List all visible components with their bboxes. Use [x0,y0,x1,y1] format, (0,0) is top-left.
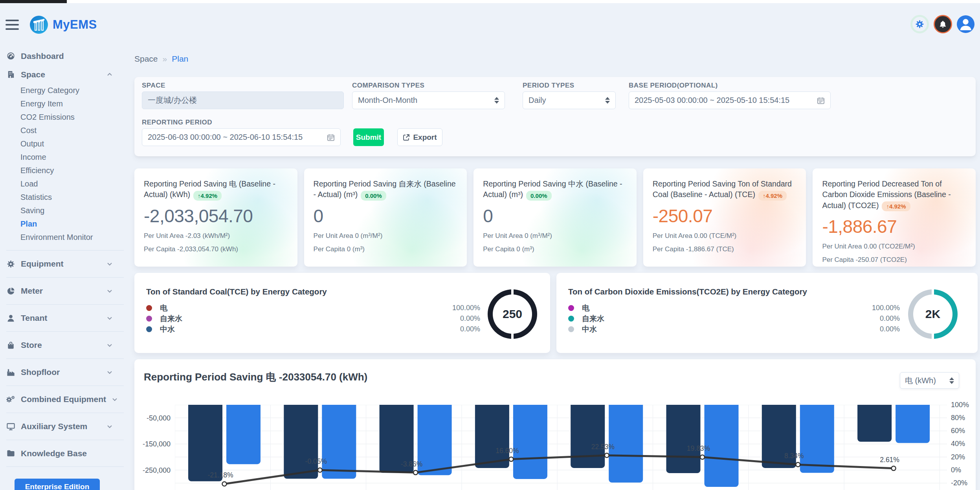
line-point-marker[interactable] [413,470,418,475]
sidebar-item-statistics[interactable]: Statistics [6,190,124,204]
donut-percent-values: 100.00% 0.00% 0.00% [402,303,480,335]
bar-baseline[interactable] [188,405,222,481]
sidebar-item-co2-emissions[interactable]: CO2 Emissions [6,110,124,124]
line-point-marker[interactable] [318,468,322,472]
space-input[interactable]: 一度城/办公楼 [142,91,344,109]
select-arrows-icon [494,97,499,104]
legend-item-water[interactable]: 自来水 [146,313,182,324]
gear-icon [6,260,15,269]
chart-unit-value: 电 (kWh) [905,375,936,386]
axis-tick: 80% [951,414,965,422]
legend-item-reclaimed-water[interactable]: 中水 [568,324,604,335]
sidebar-item-load[interactable]: Load [6,177,124,190]
chevron-down-icon [106,369,113,375]
axis-tick: 20% [951,453,965,461]
bar-baseline[interactable] [666,405,701,473]
bell-icon [938,20,947,29]
legend-item-electricity[interactable]: 电 [568,303,604,313]
sidebar-item-equipment[interactable]: Equipment [6,250,124,277]
sidebar-item-efficiency[interactable]: Efficiency [6,164,124,177]
user-avatar-button[interactable] [957,15,974,33]
brand-logo[interactable]: MyEMS [30,16,97,34]
axis-tick: -150,000 [134,440,171,448]
bar-actual[interactable] [800,405,834,473]
sidebar-item-store[interactable]: Store [6,331,124,358]
tco2e-donut-chart[interactable]: 2K [908,289,958,339]
stat-badge: ↑4.92% [758,191,787,201]
line-point-marker[interactable] [796,463,800,467]
sidebar-item-space[interactable]: Space [6,65,124,84]
stat-cards-row: Reporting Period Saving 电 (Baseline - Ac… [134,168,976,267]
donut-card-title: Ton of Carbon Dioxide Emissions(TCO2E) b… [568,287,807,296]
settings-gear-button[interactable] [910,15,929,33]
export-icon [403,134,410,141]
bar-baseline[interactable] [284,405,318,479]
sidebar-item-tenant[interactable]: Tenant [6,304,124,331]
bar-baseline[interactable] [571,405,605,468]
monitor-icon [6,422,15,431]
legend-label: 自来水 [582,314,604,324]
space-label: SPACE [142,82,165,90]
bar-actual[interactable] [896,405,930,443]
period-types-select[interactable]: Daily [523,91,616,109]
sidebar-item-output[interactable]: Output [6,137,124,150]
reporting-period-input[interactable]: 2025-06-03 00:00:00 ~ 2025-06-10 15:54:1… [142,128,341,146]
base-period-input[interactable]: 2025-05-03 00:00:00 ~ 2025-05-10 15:54:1… [629,91,831,109]
stat-value: -1,886.67 [822,216,966,237]
sidebar-item-combined-equipment[interactable]: Combined Equipment [6,386,124,413]
breadcrumb-parent: Space [134,54,158,64]
sidebar-item-energy-item[interactable]: Energy Item [6,97,124,110]
bar-baseline[interactable] [475,405,509,468]
legend-item-reclaimed-water[interactable]: 中水 [146,324,182,335]
stat-per-capita: Per Capita -250.07 (TCO2E) [822,256,966,264]
sidebar-item-dashboard[interactable]: Dashboard [6,47,124,65]
sidebar-item-saving[interactable]: Saving [6,204,124,217]
notifications-bell-button[interactable] [934,15,952,33]
sidebar-item-label: Space [21,70,45,79]
axis-tick: -50,000 [134,414,171,422]
percent-value: 100.00% [821,303,900,313]
sidebar-item-environment-monitor[interactable]: Environment Monitor [6,230,124,244]
sidebar-item-energy-category[interactable]: Energy Category [6,84,124,97]
bar-actual[interactable] [513,405,547,479]
query-form-card: SPACE 一度城/办公楼 COMPARISON TYPES Month-On-… [134,77,976,156]
breadcrumb-current[interactable]: Plan [172,54,188,64]
line-point-marker[interactable] [700,455,705,459]
sidebar-item-income[interactable]: Income [6,150,124,164]
sidebar-item-cost[interactable]: Cost [6,124,124,137]
bar-baseline[interactable] [857,405,892,442]
stat-per-unit-area: Per Unit Area 0.00 (TCE/M²) [653,232,797,240]
enterprise-edition-button[interactable]: Enterprise Edition [15,479,100,490]
stat-per-capita: Per Capita -1,886.67 (TCE) [653,245,797,253]
sidebar-item-plan[interactable]: Plan [6,217,124,230]
sidebar-item-label: Auxiliary System [21,422,87,431]
brand-name: MyEMS [53,18,97,32]
stat-per-unit-area: Per Unit Area -2.03 (kWh/M²) [144,232,288,240]
combo-chart-plot[interactable]: -21.18%-0.05%-3.86%16.60%22.53%19.83%8.3… [175,405,947,490]
bar-actual[interactable] [418,405,452,475]
bar-actual[interactable] [226,405,261,464]
sidebar-item-meter[interactable]: Meter [6,277,124,304]
line-point-label: -21.18% [207,471,233,479]
line-point-marker[interactable] [892,466,896,470]
stat-title: Reporting Period Saving 中水 (Baseline - A… [483,179,622,199]
folder-icon [6,449,15,458]
comparison-types-select[interactable]: Month-On-Month [352,91,505,109]
bar-actual[interactable] [322,405,356,479]
line-point-marker[interactable] [605,453,609,457]
legend-item-water[interactable]: 自来水 [568,313,604,324]
legend-item-electricity[interactable]: 电 [146,303,182,313]
tco2e-by-category-card: Ton of Carbon Dioxide Emissions(TCO2E) b… [556,273,978,353]
export-button[interactable]: Export [397,128,442,146]
sidebar-item-shopfloor[interactable]: Shopfloor [6,358,124,386]
tce-donut-chart[interactable]: 250 [488,289,537,339]
chart-unit-select[interactable]: 电 (kWh) [900,372,959,389]
sidebar-item-knowledge-base[interactable]: Knowledge Base [6,440,124,467]
submit-button[interactable]: Submit [353,128,384,146]
sidebar-item-auxiliary-system[interactable]: Auxiliary System [6,413,124,440]
period-types-value: Daily [529,96,546,105]
line-point-marker[interactable] [509,457,513,461]
line-point-marker[interactable] [222,482,227,486]
comparison-types-value: Month-On-Month [358,96,417,105]
hamburger-menu-icon[interactable] [6,20,19,30]
